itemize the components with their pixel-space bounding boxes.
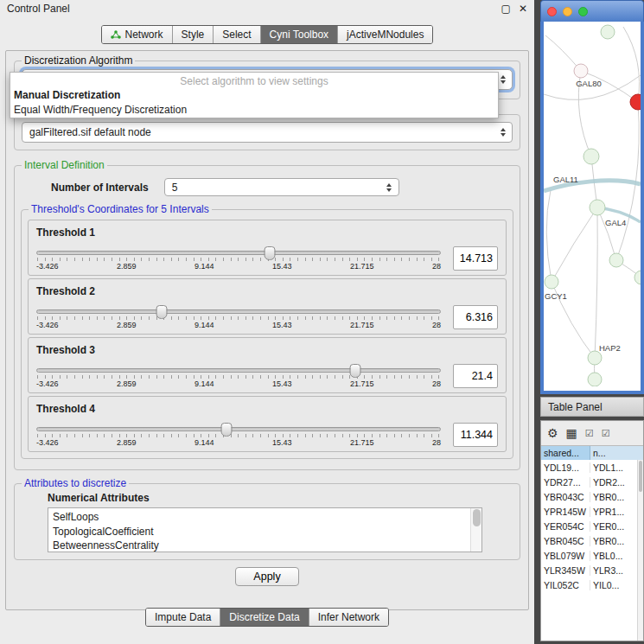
- interval-definition-label: Interval Definition: [22, 159, 107, 171]
- table-row[interactable]: YBL079WYBL0...: [541, 548, 643, 563]
- list-item[interactable]: TopologicalCoefficient: [53, 525, 477, 539]
- combo-spinner-icon: [497, 128, 508, 137]
- close-traffic-icon[interactable]: [547, 7, 557, 16]
- slider-thumb[interactable]: [264, 246, 275, 260]
- attributes-group-label: Attributes to discretize: [22, 477, 129, 489]
- tab-infer-network[interactable]: Infer Network: [309, 609, 388, 626]
- threshold-panel: Threshold 1 -3.4262.8599.14415.4321.7152…: [28, 220, 507, 276]
- dropdown-option-manual[interactable]: Manual Discretization: [10, 88, 498, 103]
- scrollbar-thumb[interactable]: [639, 461, 642, 492]
- column-chooser-icon[interactable]: ▦: [566, 427, 577, 439]
- scale-label: 2.859: [117, 379, 137, 388]
- slider-thumb[interactable]: [221, 423, 233, 437]
- table-cell[interactable]: YPR145W: [541, 507, 590, 517]
- slider-track[interactable]: [36, 309, 441, 314]
- window-title: Control Panel: [7, 3, 70, 15]
- zoom-traffic-icon[interactable]: [578, 7, 588, 16]
- control-panel-window: Control Panel ▢ ✕ Network Style Select C…: [0, 0, 534, 644]
- slider-track[interactable]: [36, 251, 441, 255]
- table-cell[interactable]: YER0...: [590, 521, 643, 532]
- threshold-slider[interactable]: -3.4262.8599.14415.4321.71528: [36, 364, 441, 388]
- table-cell[interactable]: YLR345W: [541, 565, 590, 576]
- table-row[interactable]: YER054CYER0...: [541, 519, 643, 533]
- thresholds-group: Threshold's Coordinates for 5 Intervals …: [21, 203, 513, 459]
- svg-text:GCY1: GCY1: [545, 291, 567, 301]
- table-row[interactable]: YBR045CYBR0...: [541, 533, 643, 548]
- threshold-value-input[interactable]: [453, 305, 498, 329]
- slider-thumb[interactable]: [350, 364, 361, 378]
- table-scrollbar[interactable]: [637, 460, 643, 641]
- column-header[interactable]: n...: [590, 446, 643, 460]
- table-row[interactable]: YBR043CYBR0...: [541, 489, 643, 504]
- tab-network[interactable]: Network: [102, 26, 172, 43]
- minimize-traffic-icon[interactable]: [563, 7, 572, 16]
- tab-select[interactable]: Select: [213, 26, 259, 43]
- network-titlebar[interactable]: [540, 0, 644, 22]
- table-cell[interactable]: YPR1...: [590, 507, 643, 517]
- table-cell[interactable]: YBR0...: [590, 492, 643, 502]
- table-cell[interactable]: YBL079W: [541, 551, 590, 561]
- table-row[interactable]: YPR145WYPR1...: [541, 504, 643, 519]
- tab-impute-data[interactable]: Impute Data: [146, 609, 220, 626]
- svg-text:GAL4: GAL4: [605, 218, 626, 227]
- cyni-toolbox-panel: Discretization Algorithm Select algorith…: [5, 50, 529, 610]
- gear-icon[interactable]: ⚙: [547, 427, 558, 439]
- attributes-list: SelfLoops TopologicalCoefficient Between…: [48, 507, 482, 552]
- threshold-slider[interactable]: -3.4262.8599.14415.4321.71528: [36, 423, 441, 447]
- table-cell[interactable]: YIL0...: [590, 580, 643, 590]
- close-icon[interactable]: ✕: [519, 3, 527, 14]
- scale-label: 15.43: [272, 321, 292, 329]
- table-cell[interactable]: YDL1...: [590, 462, 643, 473]
- tab-jactivemnodules[interactable]: jActiveMNodules: [337, 26, 432, 43]
- checkbox-icon[interactable]: ☑: [602, 427, 610, 439]
- slider-scale: -3.4262.8599.14415.4321.71528: [36, 379, 441, 388]
- table-cell[interactable]: YBR043C: [541, 492, 590, 502]
- table-cell[interactable]: YLR3...: [590, 565, 643, 576]
- tab-discretize-data[interactable]: Discretize Data: [220, 609, 308, 626]
- table-cell[interactable]: YIL052C: [541, 580, 590, 590]
- checkbox-icon[interactable]: ☑: [585, 427, 594, 439]
- network-node-label: GAL80 GAL11 GAL4 GCY1 HAP2: [545, 79, 626, 353]
- apply-button[interactable]: Apply: [235, 567, 298, 586]
- scale-label: 9.144: [194, 262, 214, 271]
- node-table: shared... n... YDL19...YDL1... YDR27...Y…: [541, 445, 643, 641]
- table-row[interactable]: YDR27...YDR2...: [541, 475, 643, 489]
- table-row[interactable]: YIL052CYIL0...: [541, 577, 643, 592]
- threshold-value-input[interactable]: [453, 246, 498, 271]
- slider-track[interactable]: [36, 427, 441, 431]
- table-data-select[interactable]: galFiltered.sif default node: [22, 122, 513, 143]
- list-scrollbar[interactable]: [470, 508, 481, 552]
- list-item[interactable]: SelfLoops: [53, 510, 477, 525]
- table-cell[interactable]: YBL0...: [590, 551, 643, 561]
- dropdown-option-equal-width[interactable]: Equal Width/Frequency Discretization: [10, 103, 498, 118]
- table-cell[interactable]: YBR045C: [541, 536, 590, 546]
- scale-label: -3.426: [36, 438, 59, 447]
- table-cell[interactable]: YER054C: [541, 521, 590, 532]
- number-of-intervals-label: Number of Intervals: [51, 182, 149, 194]
- table-cell[interactable]: YBR0...: [590, 536, 643, 546]
- table-row[interactable]: YDL19...YDL1...: [541, 460, 643, 475]
- threshold-value-input[interactable]: [453, 423, 498, 447]
- tab-style[interactable]: Style: [172, 26, 214, 43]
- threshold-slider[interactable]: -3.4262.8599.14415.4321.71528: [36, 246, 441, 271]
- tab-cyni-toolbox[interactable]: Cyni Toolbox: [260, 26, 337, 43]
- slider-thumb[interactable]: [156, 305, 168, 319]
- number-of-intervals-select[interactable]: 5: [164, 178, 399, 196]
- threshold-panel: Threshold 3 -3.4262.8599.14415.4321.7152…: [28, 337, 507, 393]
- threshold-panel: Threshold 2 -3.4262.8599.14415.4321.7152…: [28, 278, 507, 335]
- table-cell[interactable]: YDL19...: [541, 462, 590, 473]
- table-row[interactable]: YLR345WYLR3...: [541, 563, 643, 577]
- interval-definition-group: Interval Definition Number of Intervals …: [14, 159, 520, 470]
- threshold-label: Threshold 3: [36, 344, 498, 356]
- table-cell[interactable]: YDR2...: [590, 477, 643, 488]
- table-cell[interactable]: YDR27...: [541, 477, 590, 488]
- list-item[interactable]: BetweennessCentrality: [53, 539, 477, 552]
- scrollbar-thumb[interactable]: [473, 509, 481, 526]
- threshold-value-input[interactable]: [453, 364, 498, 388]
- slider-track[interactable]: [36, 368, 441, 373]
- scale-label: 15.43: [272, 262, 292, 271]
- threshold-slider[interactable]: -3.4262.8599.14415.4321.71528: [36, 305, 441, 329]
- network-canvas[interactable]: GAL80 GAL11 GAL4 GCY1 HAP2: [540, 22, 644, 394]
- float-icon[interactable]: ▢: [501, 3, 511, 14]
- column-header[interactable]: shared...: [541, 446, 590, 460]
